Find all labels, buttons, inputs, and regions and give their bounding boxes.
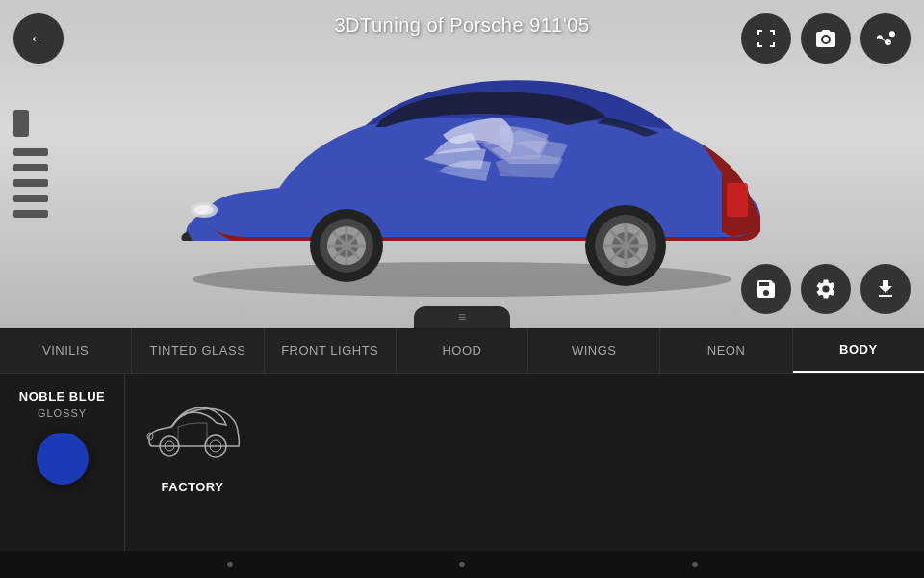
toolbar-btn-3[interactable]	[13, 179, 48, 187]
toolbar-btn-5[interactable]	[13, 210, 48, 218]
bottom-right-buttons	[741, 264, 911, 314]
toolbar-handle[interactable]	[13, 110, 29, 137]
color-sidebar: NOBLE BLUE GLOSSY	[0, 374, 125, 578]
color-name: NOBLE BLUE	[19, 389, 106, 404]
option-factory-thumbnail	[144, 393, 241, 470]
drag-handle[interactable]	[414, 306, 510, 328]
tab-bar: VINILIS TINTED GLASS FRONT LIGHTS HOOD W…	[0, 328, 924, 374]
download-icon	[874, 277, 897, 301]
color-swatch[interactable]	[37, 433, 89, 485]
tab-front-lights[interactable]: FRONT LIGHTS	[265, 328, 397, 373]
bottom-panel: NOBLE BLUE GLOSSY	[0, 374, 924, 578]
tab-wings[interactable]: WINGS	[528, 328, 660, 373]
back-button[interactable]	[13, 13, 64, 64]
car-illustration	[154, 48, 770, 299]
tab-vinilis[interactable]: VINILIS	[0, 328, 132, 373]
fullscreen-icon	[755, 27, 778, 50]
camera-button[interactable]	[801, 13, 851, 64]
left-toolbar	[13, 110, 48, 218]
color-type: GLOSSY	[38, 407, 87, 419]
tab-hood[interactable]: HOOD	[397, 328, 528, 373]
share-icon	[874, 27, 897, 50]
toolbar-btn-4[interactable]	[13, 195, 48, 202]
settings-button[interactable]	[801, 264, 851, 314]
nav-dot-1[interactable]	[227, 562, 233, 567]
camera-icon	[814, 27, 837, 50]
tab-body[interactable]: BODY	[793, 328, 924, 373]
save-button[interactable]	[741, 264, 791, 314]
tab-neon[interactable]: NEON	[660, 328, 792, 373]
tab-tinted-glass[interactable]: TINTED GLASS	[132, 328, 264, 373]
option-factory[interactable]: FACTORY	[144, 393, 241, 494]
nav-dot-2[interactable]	[459, 562, 465, 567]
toolbar-btn-1[interactable]	[13, 148, 48, 156]
factory-car-icon	[144, 396, 241, 468]
save-icon	[755, 277, 778, 301]
settings-icon	[814, 277, 837, 301]
download-button[interactable]	[860, 264, 911, 314]
share-button[interactable]	[860, 13, 911, 64]
options-area: FACTORY	[125, 374, 924, 578]
bottom-nav	[0, 551, 924, 578]
svg-rect-3	[727, 183, 748, 217]
car-area	[154, 48, 770, 299]
nav-dot-3[interactable]	[692, 562, 698, 567]
toolbar-btn-2[interactable]	[13, 164, 48, 171]
svg-point-2	[194, 205, 214, 215]
viewer-title: 3DTuning of Porsche 911'05	[334, 14, 589, 37]
option-factory-label: FACTORY	[162, 480, 224, 494]
car-viewer: 3DTuning of Porsche 911'05	[0, 0, 924, 328]
